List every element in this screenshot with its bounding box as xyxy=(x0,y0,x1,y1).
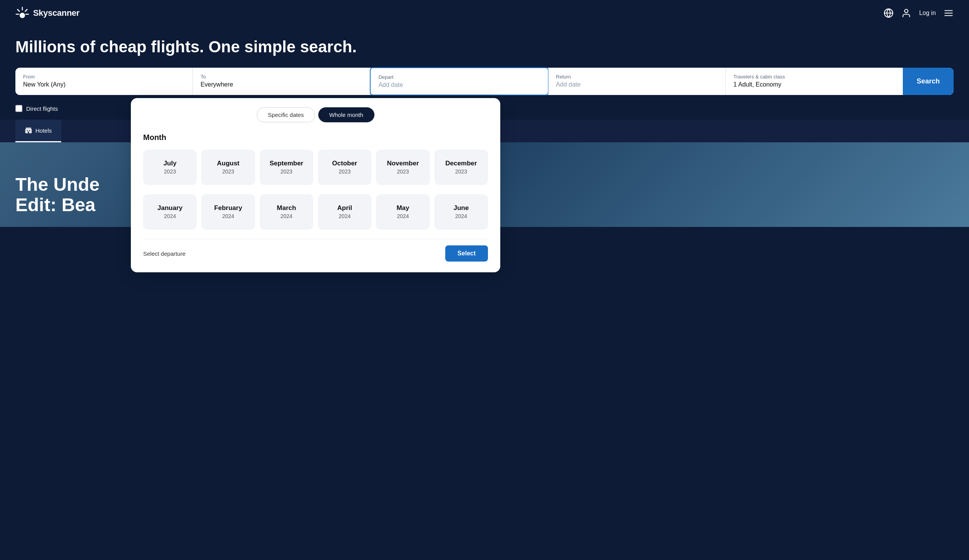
month-name: February xyxy=(207,204,249,212)
header-right: Log in xyxy=(884,8,954,18)
month-year: 2023 xyxy=(164,168,176,175)
from-label: From xyxy=(23,74,185,80)
to-field[interactable]: To Everywhere xyxy=(193,68,370,95)
month-name: September xyxy=(265,160,308,167)
month-name: December xyxy=(440,160,483,167)
month-name: March xyxy=(265,204,308,212)
month-name: July xyxy=(149,160,191,167)
return-value: Add date xyxy=(556,81,581,88)
logo-text: Skyscanner xyxy=(33,8,80,18)
month-card[interactable]: January 2024 xyxy=(143,194,197,230)
footer-label: Select departure xyxy=(143,250,185,257)
return-label: Return xyxy=(556,74,718,80)
month-card[interactable]: October 2023 xyxy=(318,150,371,185)
travelers-label: Travelers & cabin class xyxy=(733,74,895,80)
search-bar: From New York (Any) To Everywhere Depart… xyxy=(15,68,954,95)
svg-line-2 xyxy=(18,10,20,12)
month-card[interactable]: September 2023 xyxy=(260,150,313,185)
from-value: New York (Any) xyxy=(23,81,65,88)
month-name: November xyxy=(381,160,424,167)
menu-icon[interactable] xyxy=(944,8,954,18)
months-grid-row2: January 2024 February 2024 March 2024 Ap… xyxy=(143,194,488,230)
search-wrapper: From New York (Any) To Everywhere Depart… xyxy=(15,68,954,95)
month-name: June xyxy=(440,204,483,212)
hotel-icon xyxy=(25,127,32,134)
to-value: Everywhere xyxy=(200,81,233,88)
month-name: May xyxy=(381,204,424,212)
direct-flights-label: Direct flights xyxy=(26,105,58,112)
globe-icon[interactable] xyxy=(884,8,894,18)
month-card[interactable]: May 2024 xyxy=(376,194,429,230)
month-name: January xyxy=(149,204,191,212)
month-year: 2024 xyxy=(164,213,176,219)
month-card[interactable]: June 2024 xyxy=(434,194,488,230)
logo[interactable]: Skyscanner xyxy=(15,6,80,20)
return-field[interactable]: Return Add date xyxy=(548,68,726,95)
month-year: 2024 xyxy=(455,213,467,219)
tab-hotels[interactable]: Hotels xyxy=(15,120,61,142)
date-toggle-row: Specific dates Whole month xyxy=(143,107,488,122)
month-name: October xyxy=(323,160,366,167)
header: Skyscanner Log in xyxy=(0,0,969,26)
depart-value: Add date xyxy=(378,82,403,88)
svg-line-3 xyxy=(25,10,27,12)
login-button[interactable]: Log in xyxy=(919,10,936,17)
select-button[interactable]: Select xyxy=(445,245,488,262)
user-icon[interactable] xyxy=(901,8,911,18)
svg-rect-13 xyxy=(27,130,28,131)
month-year: 2023 xyxy=(339,168,351,175)
direct-flights-checkbox[interactable] xyxy=(15,105,22,112)
month-year: 2023 xyxy=(281,168,292,175)
month-year: 2024 xyxy=(339,213,351,219)
bg-line2: Edit: Bea xyxy=(15,195,100,215)
svg-rect-16 xyxy=(26,128,31,130)
month-card[interactable]: November 2023 xyxy=(376,150,429,185)
picker-footer: Select departure Select xyxy=(143,239,488,262)
svg-rect-14 xyxy=(29,130,30,131)
search-button[interactable]: Search xyxy=(903,68,954,95)
hero-title: Millions of cheap flights. One simple se… xyxy=(15,38,954,56)
svg-rect-15 xyxy=(28,132,29,133)
hotels-tab-label: Hotels xyxy=(35,127,52,134)
month-card[interactable]: July 2023 xyxy=(143,150,197,185)
whole-month-toggle[interactable]: Whole month xyxy=(318,107,374,122)
to-label: To xyxy=(200,74,362,80)
skyscanner-logo-icon xyxy=(15,6,29,20)
month-year: 2023 xyxy=(397,168,409,175)
svg-point-8 xyxy=(905,9,908,13)
date-picker-dropdown: Specific dates Whole month Month July 20… xyxy=(131,98,500,272)
bg-line1: The Unde xyxy=(15,175,100,195)
month-year: 2024 xyxy=(222,213,234,219)
month-year: 2024 xyxy=(281,213,292,219)
svg-point-0 xyxy=(20,13,25,18)
travelers-field[interactable]: Travelers & cabin class 1 Adult, Economy xyxy=(726,68,903,95)
month-card[interactable]: February 2024 xyxy=(201,194,255,230)
month-year: 2023 xyxy=(222,168,234,175)
month-year: 2023 xyxy=(455,168,467,175)
month-card[interactable]: April 2024 xyxy=(318,194,371,230)
month-year: 2024 xyxy=(397,213,409,219)
bg-overlay-text: The Unde Edit: Bea xyxy=(15,175,100,215)
hero-section: Millions of cheap flights. One simple se… xyxy=(0,26,969,120)
month-name: April xyxy=(323,204,366,212)
month-card[interactable]: March 2024 xyxy=(260,194,313,230)
depart-label: Depart xyxy=(378,74,540,80)
travelers-value: 1 Adult, Economy xyxy=(733,81,782,88)
month-card[interactable]: December 2023 xyxy=(434,150,488,185)
from-field[interactable]: From New York (Any) xyxy=(15,68,193,95)
months-grid-row1: July 2023 August 2023 September 2023 Oct… xyxy=(143,150,488,185)
specific-dates-toggle[interactable]: Specific dates xyxy=(257,107,315,122)
month-section-label: Month xyxy=(143,133,488,142)
month-name: August xyxy=(207,160,249,167)
month-card[interactable]: August 2023 xyxy=(201,150,255,185)
depart-field[interactable]: Depart Add date xyxy=(370,67,548,95)
